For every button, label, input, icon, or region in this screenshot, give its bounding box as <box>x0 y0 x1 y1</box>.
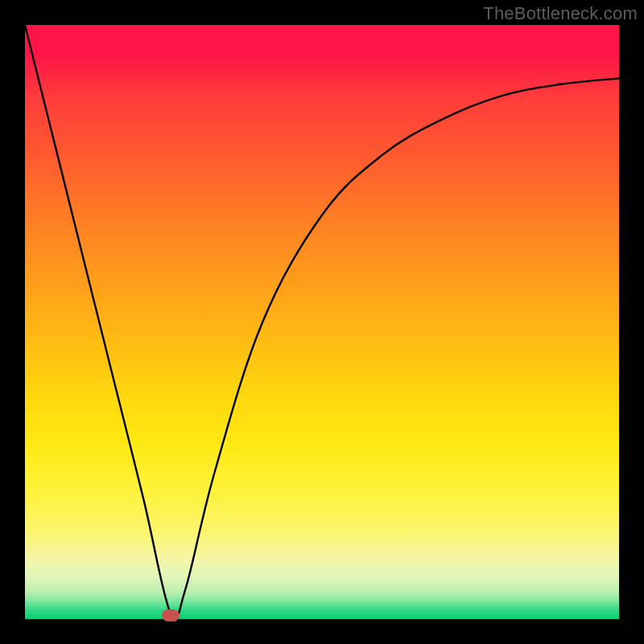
attribution-label: TheBottleneck.com <box>483 3 638 24</box>
plot-area <box>25 25 619 619</box>
bottleneck-curve-path <box>25 25 619 619</box>
optimal-point-marker <box>162 609 180 621</box>
curve-svg <box>25 25 619 619</box>
chart-frame: TheBottleneck.com <box>0 0 644 644</box>
